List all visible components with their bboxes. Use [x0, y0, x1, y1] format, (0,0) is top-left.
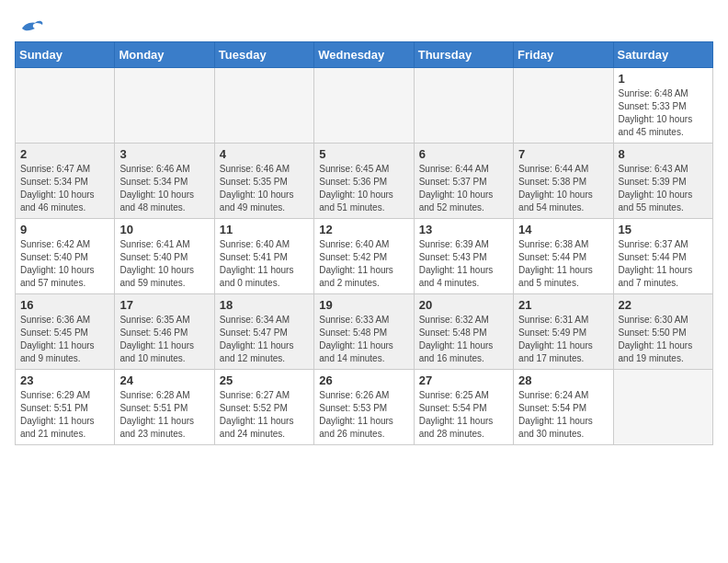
- day-info: Sunrise: 6:32 AM Sunset: 5:48 PM Dayligh…: [419, 314, 508, 365]
- calendar-week-row: 1Sunrise: 6:48 AM Sunset: 5:33 PM Daylig…: [16, 68, 713, 144]
- calendar-day-cell: 11Sunrise: 6:40 AM Sunset: 5:41 PM Dayli…: [214, 219, 313, 294]
- day-info: Sunrise: 6:45 AM Sunset: 5:36 PM Dayligh…: [319, 163, 408, 214]
- calendar-day-cell: 19Sunrise: 6:33 AM Sunset: 5:48 PM Dayli…: [314, 294, 414, 370]
- calendar-day-cell: 23Sunrise: 6:29 AM Sunset: 5:51 PM Dayli…: [16, 370, 115, 445]
- calendar-day-cell: 5Sunrise: 6:45 AM Sunset: 5:36 PM Daylig…: [314, 144, 414, 219]
- day-number: 15: [619, 223, 708, 236]
- day-info: Sunrise: 6:42 AM Sunset: 5:40 PM Dayligh…: [20, 238, 109, 290]
- day-number: 4: [220, 147, 309, 161]
- calendar-day-cell: 28Sunrise: 6:24 AM Sunset: 5:54 PM Dayli…: [514, 370, 613, 445]
- day-number: 18: [220, 298, 309, 312]
- calendar-day-cell: [214, 68, 313, 144]
- weekday-header-friday: Friday: [514, 42, 613, 68]
- calendar-day-cell: 9Sunrise: 6:42 AM Sunset: 5:40 PM Daylig…: [16, 219, 115, 294]
- day-number: 9: [20, 223, 109, 236]
- calendar-day-cell: 15Sunrise: 6:37 AM Sunset: 5:44 PM Dayli…: [613, 219, 712, 294]
- day-number: 1: [619, 72, 708, 86]
- day-info: Sunrise: 6:33 AM Sunset: 5:48 PM Dayligh…: [319, 314, 408, 365]
- calendar-day-cell: [314, 68, 414, 144]
- day-number: 7: [518, 147, 608, 161]
- day-number: 16: [20, 298, 109, 312]
- calendar-day-cell: 10Sunrise: 6:41 AM Sunset: 5:40 PM Dayli…: [115, 219, 214, 294]
- calendar-day-cell: 12Sunrise: 6:40 AM Sunset: 5:42 PM Dayli…: [314, 219, 414, 294]
- calendar-day-cell: 17Sunrise: 6:35 AM Sunset: 5:46 PM Dayli…: [115, 294, 214, 370]
- calendar-day-cell: 24Sunrise: 6:28 AM Sunset: 5:51 PM Dayli…: [115, 370, 214, 445]
- day-info: Sunrise: 6:46 AM Sunset: 5:35 PM Dayligh…: [220, 163, 309, 214]
- day-info: Sunrise: 6:40 AM Sunset: 5:41 PM Dayligh…: [220, 238, 309, 290]
- calendar-day-cell: [16, 68, 115, 144]
- day-info: Sunrise: 6:34 AM Sunset: 5:47 PM Dayligh…: [220, 314, 309, 365]
- calendar-day-cell: [115, 68, 214, 144]
- calendar-day-cell: 27Sunrise: 6:25 AM Sunset: 5:54 PM Dayli…: [414, 370, 513, 445]
- day-info: Sunrise: 6:46 AM Sunset: 5:34 PM Dayligh…: [119, 163, 209, 214]
- day-info: Sunrise: 6:30 AM Sunset: 5:50 PM Dayligh…: [619, 314, 708, 365]
- calendar-day-cell: 22Sunrise: 6:30 AM Sunset: 5:50 PM Dayli…: [613, 294, 712, 370]
- day-info: Sunrise: 6:36 AM Sunset: 5:45 PM Dayligh…: [20, 314, 109, 365]
- weekday-header-wednesday: Wednesday: [314, 42, 414, 68]
- calendar-day-cell: 1Sunrise: 6:48 AM Sunset: 5:33 PM Daylig…: [613, 68, 712, 144]
- weekday-header-monday: Monday: [115, 42, 214, 68]
- day-number: 24: [119, 373, 209, 387]
- day-number: 3: [119, 147, 209, 161]
- header: [15, 15, 713, 34]
- day-number: 22: [619, 298, 708, 312]
- calendar-week-row: 16Sunrise: 6:36 AM Sunset: 5:45 PM Dayli…: [16, 294, 713, 370]
- day-info: Sunrise: 6:40 AM Sunset: 5:42 PM Dayligh…: [319, 238, 408, 290]
- calendar-table: SundayMondayTuesdayWednesdayThursdayFrid…: [15, 41, 713, 445]
- calendar-header-row: SundayMondayTuesdayWednesdayThursdayFrid…: [16, 42, 713, 68]
- calendar-day-cell: 2Sunrise: 6:47 AM Sunset: 5:34 PM Daylig…: [16, 144, 115, 219]
- day-number: 14: [518, 223, 608, 236]
- day-info: Sunrise: 6:24 AM Sunset: 5:54 PM Dayligh…: [518, 389, 608, 441]
- day-number: 20: [419, 298, 508, 312]
- calendar-day-cell: 16Sunrise: 6:36 AM Sunset: 5:45 PM Dayli…: [16, 294, 115, 370]
- calendar-day-cell: 25Sunrise: 6:27 AM Sunset: 5:52 PM Dayli…: [214, 370, 313, 445]
- calendar-day-cell: [514, 68, 613, 144]
- calendar-day-cell: 4Sunrise: 6:46 AM Sunset: 5:35 PM Daylig…: [214, 144, 313, 219]
- weekday-header-sunday: Sunday: [16, 42, 115, 68]
- day-info: Sunrise: 6:39 AM Sunset: 5:43 PM Dayligh…: [419, 238, 508, 290]
- day-number: 23: [20, 373, 109, 387]
- calendar-day-cell: 7Sunrise: 6:44 AM Sunset: 5:38 PM Daylig…: [514, 144, 613, 219]
- calendar-week-row: 9Sunrise: 6:42 AM Sunset: 5:40 PM Daylig…: [16, 219, 713, 294]
- day-info: Sunrise: 6:25 AM Sunset: 5:54 PM Dayligh…: [419, 389, 508, 441]
- day-number: 8: [619, 147, 708, 161]
- day-info: Sunrise: 6:29 AM Sunset: 5:51 PM Dayligh…: [20, 389, 109, 441]
- day-info: Sunrise: 6:47 AM Sunset: 5:34 PM Dayligh…: [20, 163, 109, 214]
- day-number: 12: [319, 223, 408, 236]
- day-number: 27: [419, 373, 508, 387]
- calendar-day-cell: 8Sunrise: 6:43 AM Sunset: 5:39 PM Daylig…: [613, 144, 712, 219]
- weekday-header-thursday: Thursday: [414, 42, 513, 68]
- day-info: Sunrise: 6:31 AM Sunset: 5:49 PM Dayligh…: [518, 314, 608, 365]
- day-info: Sunrise: 6:37 AM Sunset: 5:44 PM Dayligh…: [619, 238, 708, 290]
- day-number: 21: [518, 298, 608, 312]
- day-number: 5: [319, 147, 408, 161]
- calendar-day-cell: 18Sunrise: 6:34 AM Sunset: 5:47 PM Dayli…: [214, 294, 313, 370]
- calendar-day-cell: 6Sunrise: 6:44 AM Sunset: 5:37 PM Daylig…: [414, 144, 513, 219]
- day-number: 2: [20, 147, 109, 161]
- day-info: Sunrise: 6:27 AM Sunset: 5:52 PM Dayligh…: [220, 389, 309, 441]
- calendar-day-cell: 26Sunrise: 6:26 AM Sunset: 5:53 PM Dayli…: [314, 370, 414, 445]
- day-number: 10: [119, 223, 209, 236]
- day-info: Sunrise: 6:26 AM Sunset: 5:53 PM Dayligh…: [319, 389, 408, 441]
- calendar-week-row: 23Sunrise: 6:29 AM Sunset: 5:51 PM Dayli…: [16, 370, 713, 445]
- calendar-day-cell: 14Sunrise: 6:38 AM Sunset: 5:44 PM Dayli…: [514, 219, 613, 294]
- calendar-day-cell: 20Sunrise: 6:32 AM Sunset: 5:48 PM Dayli…: [414, 294, 513, 370]
- day-info: Sunrise: 6:43 AM Sunset: 5:39 PM Dayligh…: [619, 163, 708, 214]
- day-number: 28: [518, 373, 608, 387]
- logo: [15, 15, 44, 34]
- day-number: 6: [419, 147, 508, 161]
- day-info: Sunrise: 6:38 AM Sunset: 5:44 PM Dayligh…: [518, 238, 608, 290]
- calendar-week-row: 2Sunrise: 6:47 AM Sunset: 5:34 PM Daylig…: [16, 144, 713, 219]
- calendar-day-cell: 13Sunrise: 6:39 AM Sunset: 5:43 PM Dayli…: [414, 219, 513, 294]
- day-number: 25: [220, 373, 309, 387]
- day-number: 11: [220, 223, 309, 236]
- day-info: Sunrise: 6:41 AM Sunset: 5:40 PM Dayligh…: [119, 238, 209, 290]
- day-info: Sunrise: 6:48 AM Sunset: 5:33 PM Dayligh…: [619, 87, 708, 139]
- day-info: Sunrise: 6:28 AM Sunset: 5:51 PM Dayligh…: [119, 389, 209, 441]
- calendar-day-cell: [414, 68, 513, 144]
- calendar-day-cell: 21Sunrise: 6:31 AM Sunset: 5:49 PM Dayli…: [514, 294, 613, 370]
- logo-bird-icon: [18, 16, 44, 34]
- calendar-day-cell: [613, 370, 712, 445]
- day-number: 17: [119, 298, 209, 312]
- day-info: Sunrise: 6:44 AM Sunset: 5:37 PM Dayligh…: [419, 163, 508, 214]
